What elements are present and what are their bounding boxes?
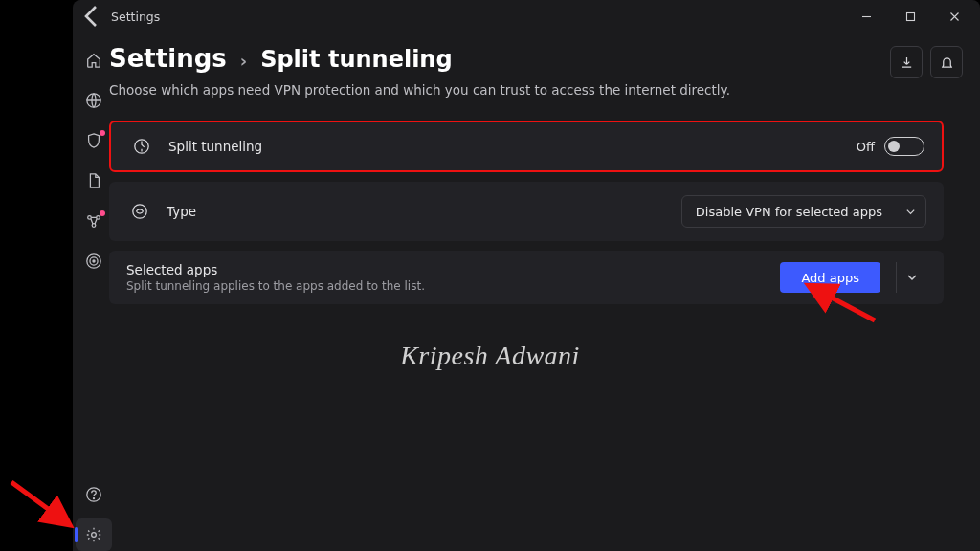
maximize-button[interactable] [888, 0, 932, 33]
breadcrumb-root[interactable]: Settings [109, 44, 227, 73]
titlebar: Settings [73, 0, 980, 33]
type-select-value: Disable VPN for selected apps [696, 205, 882, 219]
split-tunneling-toggle[interactable] [884, 137, 924, 156]
expand-selected-apps[interactable] [896, 262, 926, 293]
badge-dot [100, 130, 105, 136]
badge-dot [100, 210, 105, 216]
add-apps-button[interactable]: Add apps [780, 262, 880, 293]
back-button[interactable] [77, 0, 107, 33]
svg-point-11 [93, 498, 94, 499]
type-select[interactable]: Disable VPN for selected apps [681, 195, 926, 228]
sidebar-item-mesh[interactable] [76, 205, 112, 237]
chevron-down-icon [906, 272, 918, 283]
svg-point-5 [97, 216, 100, 220]
add-apps-label: Add apps [801, 271, 859, 285]
breadcrumb-page: Split tunneling [260, 46, 452, 73]
sidebar-item-settings[interactable] [76, 518, 112, 551]
svg-rect-0 [906, 12, 914, 20]
watermark: Kripesh Adwani [400, 341, 580, 371]
breadcrumb: Settings › Split tunneling [109, 44, 944, 73]
window-title: Settings [107, 10, 160, 24]
sidebar-item-radar[interactable] [76, 245, 112, 277]
selected-apps-row: Selected apps Split tunneling applies to… [109, 251, 944, 304]
page-description: Choose which apps need VPN protection an… [109, 82, 944, 98]
app-window: Settings Settings › Split tunneling Choo… [73, 0, 980, 551]
sidebar-item-home[interactable] [76, 44, 112, 77]
breadcrumb-separator: › [240, 51, 247, 71]
sidebar-item-browse[interactable] [76, 84, 112, 117]
chevron-down-icon [905, 207, 916, 217]
selected-apps-title: Selected apps [126, 262, 425, 277]
type-label: Type [167, 204, 196, 219]
type-icon [126, 201, 153, 222]
selected-apps-subtitle: Split tunneling applies to the apps adde… [126, 279, 425, 293]
sidebar [73, 33, 115, 551]
svg-point-4 [88, 216, 92, 220]
split-tunneling-label: Split tunneling [168, 139, 262, 154]
split-tunneling-icon [128, 136, 155, 157]
svg-point-2 [133, 205, 146, 218]
sidebar-item-file[interactable] [76, 165, 112, 197]
close-button[interactable] [932, 0, 976, 33]
annotation-arrow-settings [6, 476, 78, 543]
toggle-state-text: Off [857, 140, 875, 154]
sidebar-item-help[interactable] [76, 478, 112, 511]
minimize-button[interactable] [844, 0, 888, 33]
type-row: Type Disable VPN for selected apps [109, 182, 944, 241]
window-controls [844, 0, 976, 33]
svg-point-9 [93, 260, 95, 262]
split-tunneling-row[interactable]: Split tunneling Off [109, 121, 944, 172]
sidebar-item-shield[interactable] [76, 124, 112, 157]
svg-point-12 [92, 533, 97, 538]
